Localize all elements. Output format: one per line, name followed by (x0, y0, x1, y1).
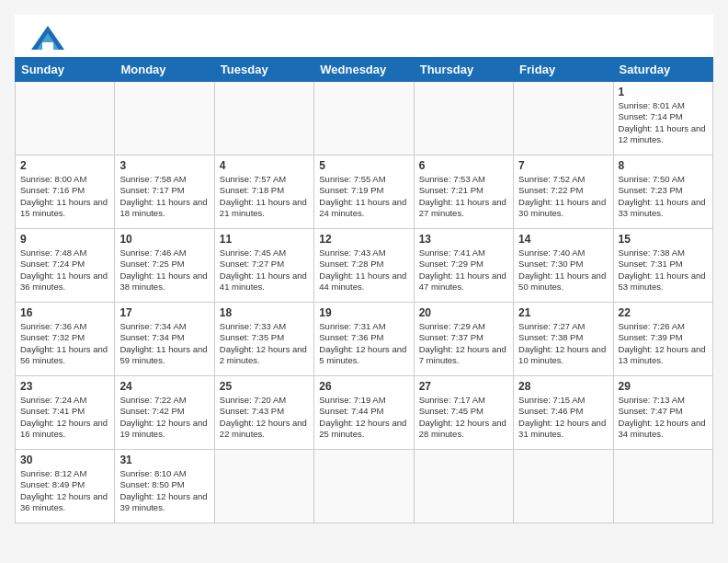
day-number: 5 (319, 159, 408, 172)
calendar-cell (414, 82, 513, 155)
day-number: 17 (119, 306, 209, 319)
week-row-5: 23Sunrise: 7:24 AM Sunset: 7:41 PM Dayli… (16, 376, 713, 450)
day-number: 22 (619, 306, 708, 319)
day-info: Sunrise: 7:41 AM Sunset: 7:29 PM Dayligh… (419, 247, 508, 293)
week-row-4: 16Sunrise: 7:36 AM Sunset: 7:32 PM Dayli… (16, 303, 713, 376)
day-number: 1 (619, 86, 708, 98)
day-info: Sunrise: 7:57 AM Sunset: 7:18 PM Dayligh… (220, 174, 309, 219)
logo (28, 24, 64, 52)
day-of-week-friday: Friday (514, 58, 613, 82)
day-info: Sunrise: 7:36 AM Sunset: 7:32 PM Dayligh… (20, 321, 109, 366)
calendar-cell: 9Sunrise: 7:48 AM Sunset: 7:24 PM Daylig… (16, 229, 115, 303)
calendar-cell: 20Sunrise: 7:29 AM Sunset: 7:37 PM Dayli… (414, 303, 513, 376)
day-number: 28 (518, 380, 608, 393)
calendar-cell: 12Sunrise: 7:43 AM Sunset: 7:28 PM Dayli… (314, 229, 414, 303)
calendar-cell: 23Sunrise: 7:24 AM Sunset: 7:41 PM Dayli… (16, 376, 115, 450)
calendar-cell: 18Sunrise: 7:33 AM Sunset: 7:35 PM Dayli… (214, 303, 313, 376)
day-number: 8 (619, 159, 708, 172)
day-number: 2 (20, 159, 109, 172)
calendar-cell: 6Sunrise: 7:53 AM Sunset: 7:21 PM Daylig… (414, 155, 513, 229)
day-number: 15 (619, 233, 708, 246)
calendar-cell: 1Sunrise: 8:01 AM Sunset: 7:14 PM Daylig… (613, 82, 712, 155)
day-number: 25 (220, 380, 309, 393)
day-info: Sunrise: 7:15 AM Sunset: 7:46 PM Dayligh… (518, 395, 608, 440)
day-of-week-wednesday: Wednesday (314, 58, 414, 82)
day-number: 23 (20, 380, 109, 393)
day-info: Sunrise: 7:45 AM Sunset: 7:27 PM Dayligh… (220, 247, 309, 293)
calendar-cell: 11Sunrise: 7:45 AM Sunset: 7:27 PM Dayli… (214, 229, 313, 303)
day-info: Sunrise: 7:38 AM Sunset: 7:31 PM Dayligh… (619, 247, 708, 293)
day-number: 10 (119, 233, 209, 246)
week-row-6: 30Sunrise: 8:12 AM Sunset: 8:49 PM Dayli… (16, 450, 713, 523)
calendar-cell: 5Sunrise: 7:55 AM Sunset: 7:19 PM Daylig… (314, 155, 414, 229)
day-number: 24 (119, 380, 209, 393)
calendar-cell: 31Sunrise: 8:10 AM Sunset: 8:50 PM Dayli… (115, 450, 214, 523)
day-number: 7 (518, 159, 608, 172)
calendar-cell (314, 450, 414, 523)
calendar-cell: 3Sunrise: 7:58 AM Sunset: 7:17 PM Daylig… (115, 155, 214, 229)
calendar-cell: 15Sunrise: 7:38 AM Sunset: 7:31 PM Dayli… (613, 229, 712, 303)
calendar-cell (214, 82, 313, 155)
day-info: Sunrise: 7:17 AM Sunset: 7:45 PM Dayligh… (419, 395, 508, 440)
day-number: 27 (419, 380, 508, 393)
calendar-cell (414, 450, 513, 523)
days-of-week-row: SundayMondayTuesdayWednesdayThursdayFrid… (16, 58, 713, 82)
day-info: Sunrise: 7:29 AM Sunset: 7:37 PM Dayligh… (419, 321, 508, 366)
calendar-cell: 28Sunrise: 7:15 AM Sunset: 7:46 PM Dayli… (514, 376, 613, 450)
day-info: Sunrise: 7:22 AM Sunset: 7:42 PM Dayligh… (119, 395, 209, 440)
day-info: Sunrise: 7:53 AM Sunset: 7:21 PM Dayligh… (419, 174, 508, 219)
day-info: Sunrise: 7:58 AM Sunset: 7:17 PM Dayligh… (119, 174, 209, 219)
day-info: Sunrise: 7:19 AM Sunset: 7:44 PM Dayligh… (319, 395, 408, 440)
logo-icon (31, 24, 64, 52)
day-info: Sunrise: 7:43 AM Sunset: 7:28 PM Dayligh… (319, 247, 408, 293)
day-info: Sunrise: 7:34 AM Sunset: 7:34 PM Dayligh… (119, 321, 209, 366)
day-number: 26 (319, 380, 408, 393)
calendar: SundayMondayTuesdayWednesdayThursdayFrid… (15, 57, 713, 523)
day-info: Sunrise: 7:20 AM Sunset: 7:43 PM Dayligh… (220, 395, 309, 440)
day-number: 6 (419, 159, 508, 172)
calendar-cell: 17Sunrise: 7:34 AM Sunset: 7:34 PM Dayli… (115, 303, 214, 376)
day-info: Sunrise: 7:52 AM Sunset: 7:22 PM Dayligh… (518, 174, 608, 219)
day-info: Sunrise: 7:24 AM Sunset: 7:41 PM Dayligh… (20, 395, 109, 440)
calendar-cell: 29Sunrise: 7:13 AM Sunset: 7:47 PM Dayli… (613, 376, 712, 450)
day-number: 4 (220, 159, 309, 172)
day-number: 12 (319, 233, 408, 246)
calendar-cell: 24Sunrise: 7:22 AM Sunset: 7:42 PM Dayli… (115, 376, 214, 450)
day-info: Sunrise: 8:00 AM Sunset: 7:16 PM Dayligh… (20, 174, 109, 219)
calendar-cell: 27Sunrise: 7:17 AM Sunset: 7:45 PM Dayli… (414, 376, 513, 450)
calendar-cell: 16Sunrise: 7:36 AM Sunset: 7:32 PM Dayli… (16, 303, 115, 376)
day-info: Sunrise: 7:55 AM Sunset: 7:19 PM Dayligh… (319, 174, 408, 219)
calendar-cell: 21Sunrise: 7:27 AM Sunset: 7:38 PM Dayli… (514, 303, 613, 376)
calendar-cell: 30Sunrise: 8:12 AM Sunset: 8:49 PM Dayli… (16, 450, 115, 523)
day-number: 14 (518, 233, 608, 246)
calendar-cell: 4Sunrise: 7:57 AM Sunset: 7:18 PM Daylig… (214, 155, 313, 229)
day-number: 29 (619, 380, 708, 393)
calendar-header: SundayMondayTuesdayWednesdayThursdayFrid… (16, 58, 713, 82)
header (15, 15, 713, 57)
day-info: Sunrise: 7:40 AM Sunset: 7:30 PM Dayligh… (518, 247, 608, 293)
calendar-cell (613, 450, 712, 523)
week-row-1: 1Sunrise: 8:01 AM Sunset: 7:14 PM Daylig… (16, 82, 713, 155)
day-of-week-tuesday: Tuesday (214, 58, 313, 82)
calendar-cell (16, 82, 115, 155)
day-number: 16 (20, 306, 109, 319)
day-number: 31 (119, 454, 209, 466)
svg-rect-2 (42, 42, 53, 50)
day-info: Sunrise: 7:50 AM Sunset: 7:23 PM Dayligh… (619, 174, 708, 219)
calendar-cell: 25Sunrise: 7:20 AM Sunset: 7:43 PM Dayli… (214, 376, 313, 450)
day-info: Sunrise: 7:48 AM Sunset: 7:24 PM Dayligh… (20, 247, 109, 293)
day-info: Sunrise: 7:26 AM Sunset: 7:39 PM Dayligh… (619, 321, 708, 366)
calendar-cell (514, 82, 613, 155)
day-number: 18 (220, 306, 309, 319)
day-number: 20 (419, 306, 508, 319)
calendar-cell: 26Sunrise: 7:19 AM Sunset: 7:44 PM Dayli… (314, 376, 414, 450)
day-info: Sunrise: 7:27 AM Sunset: 7:38 PM Dayligh… (518, 321, 608, 366)
calendar-cell: 10Sunrise: 7:46 AM Sunset: 7:25 PM Dayli… (115, 229, 214, 303)
day-info: Sunrise: 8:01 AM Sunset: 7:14 PM Dayligh… (619, 100, 708, 145)
page: SundayMondayTuesdayWednesdayThursdayFrid… (15, 15, 713, 523)
calendar-cell (514, 450, 613, 523)
day-number: 11 (220, 233, 309, 246)
day-number: 13 (419, 233, 508, 246)
calendar-cell: 14Sunrise: 7:40 AM Sunset: 7:30 PM Dayli… (514, 229, 613, 303)
day-number: 9 (20, 233, 109, 246)
